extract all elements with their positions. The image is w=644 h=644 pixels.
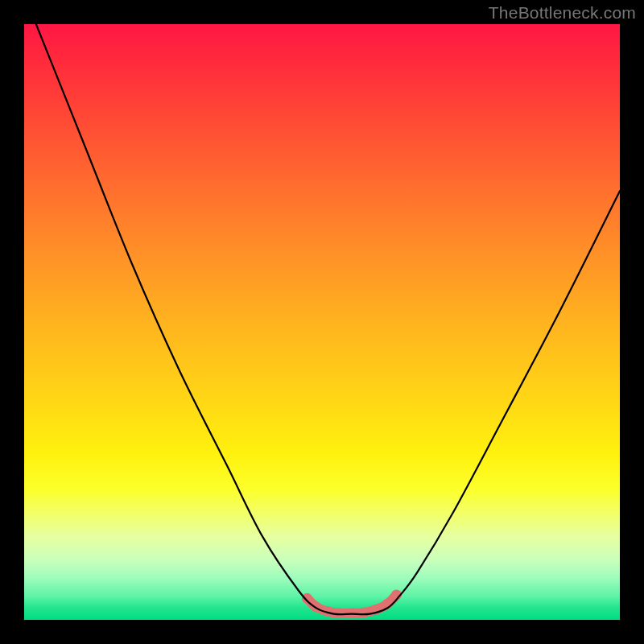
watermark-text: TheBottleneck.com — [489, 3, 636, 23]
valley-dot — [358, 608, 369, 618]
chart-svg — [24, 24, 620, 620]
plot-area — [24, 24, 620, 620]
chart-frame: TheBottleneck.com — [0, 0, 644, 644]
bottleneck-curve-path — [36, 24, 620, 614]
